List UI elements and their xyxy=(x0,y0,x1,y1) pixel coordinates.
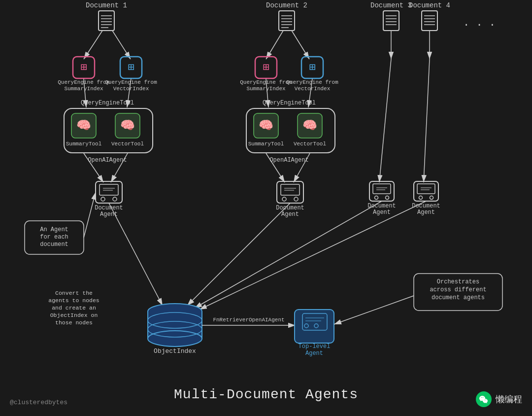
page-title: Multi-Document Agents xyxy=(174,387,358,402)
orchestrates-text2: across different xyxy=(430,286,486,293)
ellipsis: . . . xyxy=(463,17,496,29)
top-level-label2: Agent xyxy=(305,350,323,357)
summary-tool2-label: SummaryTool xyxy=(248,141,284,147)
agent-each-doc-text3: document xyxy=(40,241,68,248)
svg-rect-47 xyxy=(281,184,299,195)
summary-tool1-label: SummaryTool xyxy=(66,141,102,147)
doc-agent4-label2: Agent xyxy=(417,209,435,216)
svg-text:🧠: 🧠 xyxy=(259,118,273,133)
qe-summary2-icon: ⊞ xyxy=(255,57,277,78)
svg-text:⊞: ⊞ xyxy=(309,62,315,74)
arrow-annotation-to-dagent1 xyxy=(84,192,96,238)
arrow-doc2-to-blue-qe xyxy=(292,31,309,59)
doc-agent2-label2: Agent xyxy=(281,211,299,218)
convert-text1: Convert the xyxy=(55,290,93,296)
orchestrates-text3: document agents xyxy=(432,294,485,301)
svg-point-48 xyxy=(282,197,286,201)
vector-tool2-icon: 🧠 xyxy=(298,113,322,138)
svg-point-42 xyxy=(101,197,105,201)
svg-point-60 xyxy=(419,196,423,200)
vector-tool1-label: VectorTool xyxy=(111,141,144,147)
openai-agent1-label: OpenAIAgent xyxy=(88,157,127,164)
doc-agent3-icon xyxy=(369,181,394,201)
object-index-bottom xyxy=(148,331,202,347)
doc-agent2-icon xyxy=(277,181,303,203)
agent-each-doc-text1: An Agent xyxy=(40,226,68,233)
arrow-doc1-to-blue-qe xyxy=(112,31,131,59)
summary-tool1-icon: 🧠 xyxy=(71,113,96,138)
svg-point-61 xyxy=(430,196,433,200)
svg-rect-19 xyxy=(422,11,437,31)
qe-summary2-label2: SummaryIndex xyxy=(246,86,286,92)
svg-text:⊞: ⊞ xyxy=(128,62,134,74)
doc-agent3-label: Document xyxy=(367,203,396,209)
fn-retriever-label: FnRetrieverOpenAIAgent xyxy=(213,317,284,323)
qet2-label: QueryEngineTool xyxy=(263,100,316,106)
doc4-label: Document 4 xyxy=(409,1,450,9)
svg-text:⊞: ⊞ xyxy=(80,62,87,74)
doc-agent1-icon xyxy=(96,181,122,203)
doc3-label: Document 3 xyxy=(370,1,412,9)
arrow-dagent1-to-objidx xyxy=(109,203,163,306)
arrow-doc1-to-pink-qe xyxy=(84,31,102,59)
diagram-container: Document 1 Document 2 Document 3 xyxy=(0,0,532,416)
svg-point-49 xyxy=(294,197,298,201)
arrow-orchestrates-to-toplevel xyxy=(334,296,414,324)
arrow-doc4-to-dagent4 xyxy=(424,59,430,182)
qet1-label: QueryEngineTool xyxy=(81,100,134,106)
document4-icon xyxy=(422,11,437,31)
qe-vector1-label2: VectorIndex xyxy=(113,86,149,92)
vector-tool2-label: VectorTool xyxy=(294,141,326,147)
convert-text3: and create an xyxy=(52,305,96,311)
qe-summary1-label2: SummaryIndex xyxy=(64,86,103,92)
watermark-left: @clusteredbytes xyxy=(10,399,67,406)
svg-rect-41 xyxy=(100,184,118,195)
svg-rect-59 xyxy=(417,184,435,194)
convert-text4: ObjectIndex on xyxy=(50,312,98,318)
vector-tool1-icon: 🧠 xyxy=(115,113,140,138)
doc2-label: Document 2 xyxy=(266,1,307,9)
qe-vector2-icon: ⊞ xyxy=(301,57,323,78)
document2-icon xyxy=(279,11,295,31)
arrow-doc2-to-pink-qe xyxy=(266,31,283,59)
convert-text2: agents to nodes xyxy=(48,297,100,304)
watermark-right: 懒编程 xyxy=(476,391,522,407)
svg-rect-14 xyxy=(383,11,399,31)
qe-vector2-label2: VectorIndex xyxy=(295,86,331,92)
top-level-label1: Top-level xyxy=(299,343,331,350)
openai-agent2-label: OpenAIAgent xyxy=(269,157,308,164)
summary-tool2-icon: 🧠 xyxy=(254,113,278,138)
doc1-label: Document 1 xyxy=(86,1,127,9)
arrow-doc3-to-dagent3 xyxy=(379,59,391,182)
svg-rect-53 xyxy=(373,184,391,194)
object-index-label: ObjectIndex xyxy=(154,347,196,355)
convert-text5: those nodes xyxy=(55,319,93,326)
svg-text:⊞: ⊞ xyxy=(263,62,269,74)
orchestrates-text1: Orchestrates xyxy=(437,278,479,285)
svg-point-43 xyxy=(113,197,117,201)
arrow-dagent2-to-objidx xyxy=(187,203,290,306)
svg-text:🧠: 🧠 xyxy=(120,118,135,133)
svg-point-54 xyxy=(375,196,378,200)
svg-text:🧠: 🧠 xyxy=(76,118,91,133)
doc-agent1-label: Document xyxy=(95,205,123,211)
svg-point-55 xyxy=(386,196,389,200)
svg-text:🧠: 🧠 xyxy=(302,118,317,133)
arrow-dagent4-to-objidx xyxy=(200,201,426,310)
doc-agent4-icon xyxy=(414,181,438,201)
brand-name: 懒编程 xyxy=(496,393,522,405)
document3-icon xyxy=(383,11,399,31)
doc-agent3-label2: Agent xyxy=(373,209,391,216)
wechat-icon xyxy=(476,391,492,407)
doc-agent2-label: Document xyxy=(276,205,304,211)
qe-summary1-icon: ⊞ xyxy=(73,57,95,78)
document1-icon xyxy=(99,11,114,31)
agent-each-doc-text2: for each xyxy=(40,234,68,241)
qe-vector1-icon: ⊞ xyxy=(120,57,142,78)
main-diagram-svg: Document 1 Document 2 Document 3 xyxy=(0,0,532,416)
